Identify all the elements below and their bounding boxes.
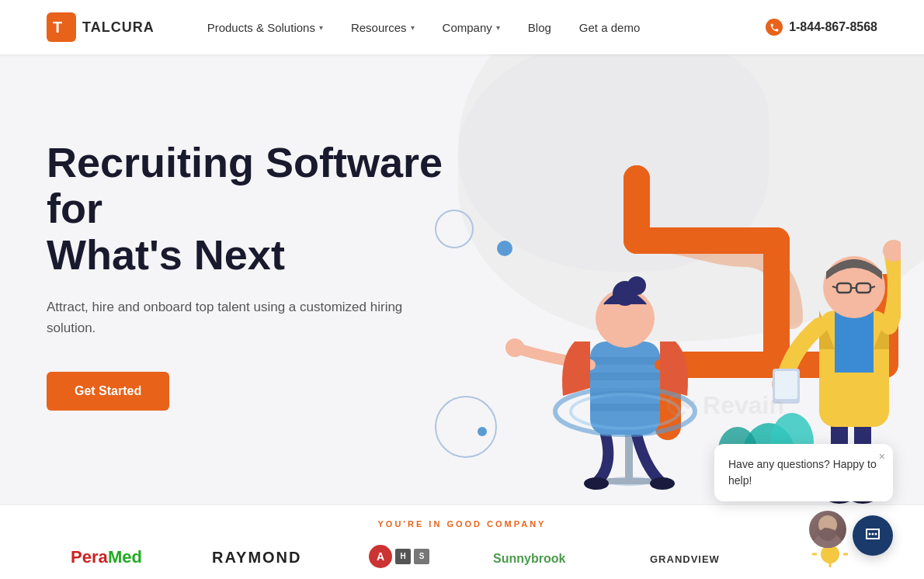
svg-text:RAYMOND: RAYMOND: [212, 549, 302, 566]
chat-avatar: [809, 511, 846, 548]
chevron-down-icon: ▾: [496, 23, 500, 32]
svg-point-50: [869, 533, 871, 536]
brand-name: TALCURA: [82, 19, 155, 36]
svg-point-52: [875, 533, 877, 536]
get-started-button[interactable]: Get Started: [47, 372, 169, 411]
logo-peramed: Pera Med: [71, 541, 148, 571]
svg-text:Sunnybrook: Sunnybrook: [493, 552, 565, 565]
hero-subtitle: Attract, hire and onboard top talent usi…: [47, 296, 404, 338]
nav-products[interactable]: Products & Solutions ▾: [193, 0, 337, 54]
phone-number: 1-844-867-8568: [789, 20, 877, 34]
phone-link[interactable]: 1-844-867-8568: [766, 19, 877, 36]
svg-text:Med: Med: [108, 547, 142, 567]
svg-text:Pera: Pera: [71, 547, 108, 567]
hero-title: Recruiting Software for What's Next: [47, 140, 450, 278]
svg-rect-9: [590, 373, 660, 380]
svg-text:T: T: [53, 19, 62, 36]
svg-rect-8: [590, 357, 660, 365]
revain-icon: ⟳: [665, 383, 696, 427]
nav-resources[interactable]: Resources ▾: [337, 0, 429, 54]
nav-demo[interactable]: Get a demo: [565, 0, 654, 54]
hero-content: Recruiting Software for What's Next Attr…: [47, 116, 450, 411]
hero-section: Recruiting Software for What's Next Attr…: [0, 54, 924, 504]
logo[interactable]: T TALCURA: [47, 12, 155, 42]
chevron-down-icon: ▾: [411, 23, 415, 32]
avatar-image: [809, 511, 846, 548]
revain-text: Revain: [703, 391, 784, 420]
svg-point-5: [584, 477, 609, 490]
navigation: T TALCURA Products & Solutions ▾ Resourc…: [0, 0, 924, 54]
svg-point-6: [650, 477, 675, 490]
chat-bubble: × Have any questions? Happy to help!: [714, 444, 893, 501]
revain-badge: ⟳ Revain: [665, 383, 784, 427]
svg-rect-27: [835, 310, 874, 373]
svg-text:GRANDVIEW: GRANDVIEW: [650, 553, 720, 565]
logo-sunnybrook: Sunnybrook: [493, 541, 586, 571]
nav-company[interactable]: Company ▾: [429, 0, 514, 54]
logo-raymond: RAYMOND: [212, 541, 305, 571]
chat-open-button[interactable]: [853, 515, 893, 556]
chat-widget: × Have any questions? Happy to help!: [714, 444, 893, 548]
chevron-down-icon: ▾: [319, 23, 323, 32]
chat-message: Have any questions? Happy to help!: [728, 458, 877, 487]
svg-point-51: [872, 533, 874, 536]
nav-links: Products & Solutions ▾ Resources ▾ Compa…: [193, 0, 877, 54]
svg-rect-11: [590, 404, 660, 411]
svg-point-12: [505, 338, 524, 357]
logo-generic1: A H S: [369, 545, 429, 568]
svg-point-15: [627, 276, 646, 295]
phone-icon: [766, 19, 783, 36]
chat-close-button[interactable]: ×: [879, 450, 885, 463]
nav-blog[interactable]: Blog: [514, 0, 565, 54]
